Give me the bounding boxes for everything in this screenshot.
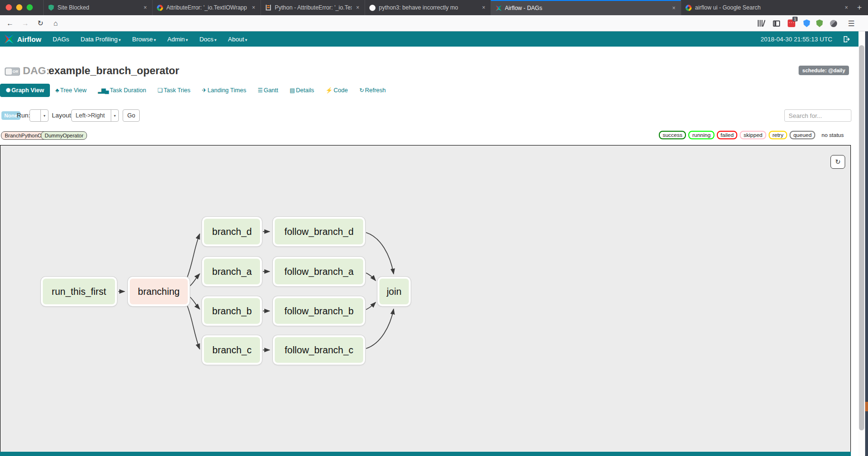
window-zoom-button[interactable] bbox=[27, 4, 33, 10]
status-retry: retry bbox=[769, 131, 787, 139]
status-failed: failed bbox=[717, 131, 738, 139]
nav-item-dags[interactable]: DAGs bbox=[53, 36, 69, 43]
dag-pause-toggle[interactable]: Off bbox=[5, 68, 20, 76]
github-favicon-icon bbox=[369, 4, 376, 11]
dag-node-branch_c[interactable]: branch_c bbox=[202, 335, 262, 365]
dag-node-branch_d[interactable]: branch_d bbox=[202, 217, 262, 246]
tab-refresh[interactable]: ↻Refresh bbox=[354, 84, 392, 97]
window-close-button[interactable] bbox=[6, 4, 12, 10]
status-success: success bbox=[659, 131, 686, 139]
dag-node-follow_branch_a[interactable]: follow_branch_a bbox=[273, 257, 365, 286]
tab-gantt[interactable]: ☰Gantt bbox=[252, 84, 284, 97]
tab-close-icon[interactable]: × bbox=[843, 4, 849, 11]
tab-task-duration[interactable]: ▂▆▄Task Duration bbox=[92, 84, 152, 97]
home-button[interactable]: ⌂ bbox=[49, 18, 62, 29]
dag-prefix-label: DAG: bbox=[23, 65, 49, 77]
nav-item-data-profiling[interactable]: Data Profiling▾ bbox=[81, 36, 121, 43]
window-minimize-button[interactable] bbox=[16, 4, 22, 10]
library-icon[interactable] bbox=[756, 19, 766, 28]
go-button[interactable]: Go bbox=[123, 109, 140, 122]
tab-graph-view[interactable]: ✺Graph View bbox=[0, 84, 50, 97]
dag-node-follow_branch_b[interactable]: follow_branch_b bbox=[273, 296, 365, 326]
task-search-input[interactable] bbox=[789, 112, 847, 119]
dag-node-branch_b[interactable]: branch_b bbox=[202, 296, 262, 326]
nav-item-admin[interactable]: Admin▾ bbox=[167, 36, 188, 43]
dag-graph-canvas[interactable]: run_this_first branching branch_d follow… bbox=[0, 145, 851, 456]
airflow-favicon-icon bbox=[495, 5, 502, 12]
dag-node-branch_a[interactable]: branch_a bbox=[202, 257, 262, 286]
tab-close-icon[interactable]: × bbox=[251, 4, 257, 11]
refresh-icon: ↻ bbox=[359, 87, 363, 94]
desktop-wallpaper-detail bbox=[865, 402, 868, 411]
tab-title: Site Blocked bbox=[58, 4, 139, 11]
chevron-down-icon: ▾ bbox=[40, 110, 48, 121]
graph-refresh-button[interactable]: ↻ bbox=[830, 155, 845, 169]
logout-icon[interactable] bbox=[843, 36, 850, 43]
tab-close-icon[interactable]: × bbox=[481, 4, 487, 11]
dag-node-branching[interactable]: branching bbox=[128, 277, 190, 306]
tab-landing-times[interactable]: ✈Landing Times bbox=[196, 84, 252, 97]
layout-label: Layout: bbox=[52, 112, 73, 119]
toggle-label: Off bbox=[12, 69, 18, 74]
extension-blue-shield-icon[interactable] bbox=[801, 19, 812, 28]
tab-close-icon[interactable]: × bbox=[142, 4, 148, 11]
extension-red-icon[interactable]: 1 bbox=[786, 19, 797, 28]
extension-gray-icon[interactable] bbox=[828, 19, 839, 28]
reload-button[interactable]: ↻ bbox=[34, 18, 47, 29]
status-running: running bbox=[688, 131, 714, 139]
tree-view-icon: ♣ bbox=[56, 87, 58, 94]
browser-tab-google-search[interactable]: airflow ui - Google Search × bbox=[681, 0, 853, 15]
tab-details[interactable]: ▤Details bbox=[284, 84, 320, 97]
layout-select[interactable]: Left->Right ▾ bbox=[71, 109, 119, 122]
nav-item-docs[interactable]: Docs▾ bbox=[199, 36, 216, 43]
legend-row: BranchPythonOperator DummyOperator succe… bbox=[0, 131, 858, 142]
task-search-box[interactable] bbox=[784, 109, 851, 122]
screen: Site Blocked × AttributeError: '_io.Text… bbox=[0, 0, 868, 456]
back-button[interactable]: ← bbox=[4, 18, 16, 29]
chevron-down-icon: ▾ bbox=[245, 38, 248, 42]
duplicate-icon: ❏ bbox=[157, 87, 162, 94]
dag-node-follow_branch_c[interactable]: follow_branch_c bbox=[273, 335, 365, 365]
chevron-down-icon: ▾ bbox=[154, 38, 156, 42]
dag-name: example_branch_operator bbox=[48, 65, 179, 77]
run-select[interactable]: ▾ bbox=[29, 109, 48, 122]
dag-node-join[interactable]: join bbox=[377, 277, 411, 306]
extension-green-shield-icon[interactable] bbox=[814, 19, 825, 28]
nav-item-about[interactable]: About▾ bbox=[228, 36, 248, 43]
graph-controls: None Run: ▾ Layout: Left->Right ▾ Go bbox=[0, 108, 858, 123]
status-skipped: skipped bbox=[740, 131, 766, 139]
dag-node-follow_branch_d[interactable]: follow_branch_d bbox=[273, 217, 365, 246]
tab-title: Python - AttributeError: '_io.Tex bbox=[275, 4, 352, 11]
status-no-status: no status bbox=[818, 131, 848, 139]
browser-tab-attributeerror[interactable]: AttributeError: '_io.TextIOWrapp × bbox=[152, 0, 260, 15]
tab-tree-view[interactable]: ♣Tree View bbox=[50, 84, 92, 97]
browser-tab-airflow-active[interactable]: Airflow - DAGs × bbox=[491, 0, 681, 15]
airflow-brand[interactable]: Airflow bbox=[17, 35, 41, 43]
new-tab-button[interactable]: + bbox=[853, 2, 866, 13]
forward-button[interactable]: → bbox=[19, 18, 31, 29]
scrollbar-thumb[interactable] bbox=[859, 45, 864, 430]
footer-strip bbox=[0, 452, 851, 456]
browser-toolbar: ← → ↻ ⌂ ⓘ localhost:8080/admin/airflow/g… bbox=[0, 15, 868, 31]
run-label: Run: bbox=[17, 112, 30, 119]
sidebar-icon[interactable] bbox=[771, 19, 781, 28]
status-queued: queued bbox=[790, 131, 815, 139]
airflow-logo-icon bbox=[4, 34, 14, 44]
browser-tab-github[interactable]: python3: behave incorrectly mo × bbox=[365, 0, 491, 15]
chevron-down-icon: ▾ bbox=[111, 110, 118, 121]
list-icon: ▤ bbox=[289, 87, 294, 94]
tab-close-icon[interactable]: × bbox=[355, 4, 361, 11]
tab-code[interactable]: ⚡Code bbox=[320, 84, 354, 97]
shield-favicon-icon bbox=[48, 4, 55, 11]
browser-tab-python-stackoverflow[interactable]: Python - AttributeError: '_io.Tex × bbox=[260, 0, 365, 15]
browser-tab-bar: Site Blocked × AttributeError: '_io.Text… bbox=[0, 0, 868, 15]
browser-tab-site-blocked[interactable]: Site Blocked × bbox=[43, 0, 152, 15]
tab-task-tries[interactable]: ❏Task Tries bbox=[152, 84, 196, 97]
airflow-page: Off DAG: example_branch_operator schedul… bbox=[0, 47, 858, 456]
nav-item-browse[interactable]: Browse▾ bbox=[132, 36, 156, 43]
hamburger-menu-icon[interactable]: ☰ bbox=[846, 19, 857, 28]
tab-close-icon[interactable]: × bbox=[671, 5, 677, 11]
utc-timestamp: 2018-04-30 21:55:13 UTC bbox=[761, 36, 832, 43]
dag-node-run_this_first[interactable]: run_this_first bbox=[41, 277, 117, 306]
graph-view-icon: ✺ bbox=[6, 87, 10, 94]
